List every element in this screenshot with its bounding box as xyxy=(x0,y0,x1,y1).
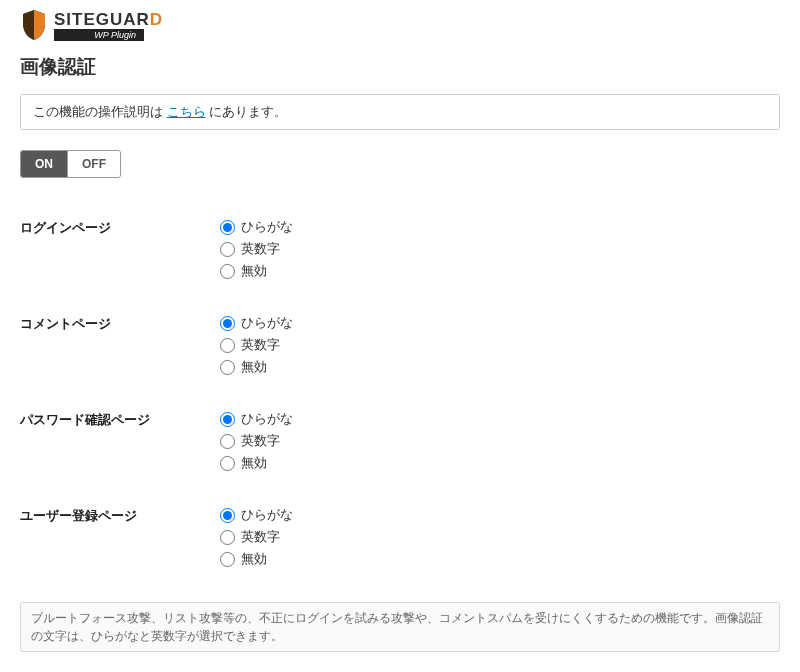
row-login-page: ログインページ ひらがな 英数字 無効 xyxy=(20,218,780,280)
radio-login-disabled[interactable]: 無効 xyxy=(220,262,293,280)
shield-icon xyxy=(20,8,48,42)
label-register-page: ユーザー登録ページ xyxy=(20,506,220,525)
settings-form: ログインページ ひらがな 英数字 無効 コメントページ ひらがな 英数字 無効 … xyxy=(20,218,780,568)
row-comment-page: コメントページ ひらがな 英数字 無効 xyxy=(20,314,780,376)
label-password-page: パスワード確認ページ xyxy=(20,410,220,429)
toggle-on-button[interactable]: ON xyxy=(21,151,67,177)
radio-password-alphanumeric[interactable]: 英数字 xyxy=(220,432,293,450)
radio-comment-disabled[interactable]: 無効 xyxy=(220,358,293,376)
description-box: ブルートフォース攻撃、リスト攻撃等の、不正にログインを試みる攻撃や、コメントスパ… xyxy=(20,602,780,652)
row-register-page: ユーザー登録ページ ひらがな 英数字 無効 xyxy=(20,506,780,568)
radio-register-disabled[interactable]: 無効 xyxy=(220,550,293,568)
radio-comment-hiragana[interactable]: ひらがな xyxy=(220,314,293,332)
label-login-page: ログインページ xyxy=(20,218,220,237)
notice-box: この機能の操作説明は こちら にあります。 xyxy=(20,94,780,130)
radio-password-disabled[interactable]: 無効 xyxy=(220,454,293,472)
enable-toggle: ON OFF xyxy=(20,150,121,178)
notice-prefix: この機能の操作説明は xyxy=(33,104,167,119)
notice-link[interactable]: こちら xyxy=(167,104,206,119)
radio-password-hiragana[interactable]: ひらがな xyxy=(220,410,293,428)
plugin-logo: SITEGUARD WP Plugin xyxy=(20,8,780,42)
toggle-off-button[interactable]: OFF xyxy=(67,151,120,177)
radio-register-alphanumeric[interactable]: 英数字 xyxy=(220,528,293,546)
page-title: 画像認証 xyxy=(20,54,780,80)
row-password-page: パスワード確認ページ ひらがな 英数字 無効 xyxy=(20,410,780,472)
radio-comment-alphanumeric[interactable]: 英数字 xyxy=(220,336,293,354)
label-comment-page: コメントページ xyxy=(20,314,220,333)
radio-register-hiragana[interactable]: ひらがな xyxy=(220,506,293,524)
logo-subtitle: WP Plugin xyxy=(54,29,144,41)
logo-text-wrap: SITEGUARD WP Plugin xyxy=(54,10,163,41)
radio-login-alphanumeric[interactable]: 英数字 xyxy=(220,240,293,258)
notice-suffix: にあります。 xyxy=(206,104,288,119)
radio-login-hiragana[interactable]: ひらがな xyxy=(220,218,293,236)
logo-title: SITEGUARD xyxy=(54,10,163,30)
